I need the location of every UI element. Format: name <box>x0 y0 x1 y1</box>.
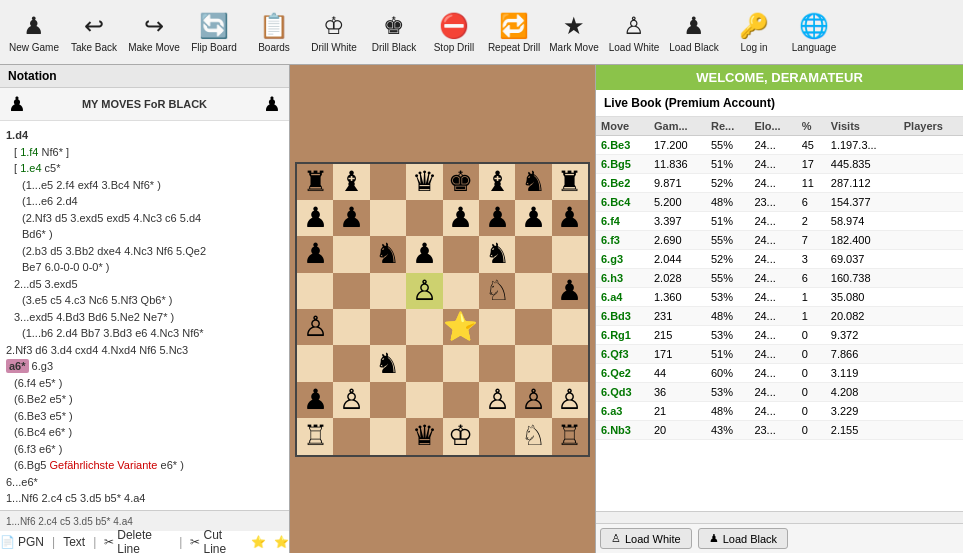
square-b2[interactable]: ♙ <box>333 382 369 418</box>
square-e6[interactable] <box>443 236 479 272</box>
load-black-button[interactable]: ♟ Load Black <box>664 2 724 62</box>
square-h7[interactable]: ♟ <box>552 200 588 236</box>
repeat-drill-button[interactable]: 🔁 Repeat Drill <box>484 2 544 62</box>
load-white-button[interactable]: ♙ Load White <box>604 2 664 62</box>
square-d7[interactable] <box>406 200 442 236</box>
square-g7[interactable]: ♟ <box>515 200 551 236</box>
move-cell-10[interactable]: 6.Rg1 <box>596 326 649 345</box>
move-cell-1[interactable]: 6.Bg5 <box>596 155 649 174</box>
square-f7[interactable]: ♟ <box>479 200 515 236</box>
square-b6[interactable] <box>333 236 369 272</box>
square-d3[interactable] <box>406 345 442 381</box>
square-f8[interactable]: ♝ <box>479 164 515 200</box>
flip-board-button[interactable]: 🔄 Flip Board <box>184 2 244 62</box>
chess-board[interactable]: ♜ ♝ ♛ ♚ ♝ ♞ ♜ ♟ ♟ ♟ ♟ ♟ ♟ ♟ ♞ ♟ ♞ <box>295 162 590 457</box>
star2-button[interactable]: ⭐ <box>274 535 289 549</box>
square-c6[interactable]: ♞ <box>370 236 406 272</box>
move-cell-6[interactable]: 6.g3 <box>596 250 649 269</box>
square-a1[interactable]: ♖ <box>297 418 333 454</box>
square-a5[interactable] <box>297 273 333 309</box>
square-c5[interactable] <box>370 273 406 309</box>
star1-button[interactable]: ⭐ <box>251 535 266 549</box>
square-a7[interactable]: ♟ <box>297 200 333 236</box>
square-d2[interactable] <box>406 382 442 418</box>
square-b3[interactable] <box>333 345 369 381</box>
square-d1[interactable]: ♛ <box>406 418 442 454</box>
bottom-load-white-button[interactable]: ♙ Load White <box>600 528 692 549</box>
make-move-button[interactable]: ↪ Make Move <box>124 2 184 62</box>
stop-drill-button[interactable]: ⛔ Stop Drill <box>424 2 484 62</box>
notation-content[interactable]: 1.d4 [ 1.f4 Nf6* ] [ 1.e4 c5* (1...e5 2.… <box>0 121 289 510</box>
square-g8[interactable]: ♞ <box>515 164 551 200</box>
square-a8[interactable]: ♜ <box>297 164 333 200</box>
square-a6[interactable]: ♟ <box>297 236 333 272</box>
move-cell-3[interactable]: 6.Bc4 <box>596 193 649 212</box>
square-c2[interactable] <box>370 382 406 418</box>
live-book-table[interactable]: Move Gam... Re... Elo... % Visits Player… <box>596 117 963 511</box>
square-f3[interactable] <box>479 345 515 381</box>
square-b1[interactable] <box>333 418 369 454</box>
square-g4[interactable] <box>515 309 551 345</box>
square-e2[interactable] <box>443 382 479 418</box>
move-cell-13[interactable]: 6.Qd3 <box>596 383 649 402</box>
square-h4[interactable] <box>552 309 588 345</box>
square-f1[interactable] <box>479 418 515 454</box>
bottom-load-black-button[interactable]: ♟ Load Black <box>698 528 788 549</box>
delete-line-button[interactable]: ✂ Delete Line <box>104 528 171 553</box>
drill-black-button[interactable]: ♚ Drill Black <box>364 2 424 62</box>
square-b4[interactable] <box>333 309 369 345</box>
square-h1[interactable]: ♖ <box>552 418 588 454</box>
square-h2[interactable]: ♙ <box>552 382 588 418</box>
square-h6[interactable] <box>552 236 588 272</box>
square-b8[interactable]: ♝ <box>333 164 369 200</box>
mark-move-button[interactable]: ★ Mark Move <box>544 2 604 62</box>
take-back-button[interactable]: ↩ Take Back <box>64 2 124 62</box>
square-e4[interactable]: ⭐ <box>443 309 479 345</box>
square-h8[interactable]: ♜ <box>552 164 588 200</box>
move-cell-9[interactable]: 6.Bd3 <box>596 307 649 326</box>
cut-line-button[interactable]: ✂ Cut Line <box>190 528 243 553</box>
square-g5[interactable] <box>515 273 551 309</box>
move-cell-8[interactable]: 6.a4 <box>596 288 649 307</box>
square-c4[interactable] <box>370 309 406 345</box>
square-g6[interactable] <box>515 236 551 272</box>
square-a2[interactable]: ♟ <box>297 382 333 418</box>
square-b7[interactable]: ♟ <box>333 200 369 236</box>
move-cell-11[interactable]: 6.Qf3 <box>596 345 649 364</box>
square-h3[interactable] <box>552 345 588 381</box>
square-g3[interactable] <box>515 345 551 381</box>
square-c7[interactable] <box>370 200 406 236</box>
move-cell-4[interactable]: 6.f4 <box>596 212 649 231</box>
square-f2[interactable]: ♙ <box>479 382 515 418</box>
drill-white-button[interactable]: ♔ Drill White <box>304 2 364 62</box>
square-f6[interactable]: ♞ <box>479 236 515 272</box>
move-cell-14[interactable]: 6.a3 <box>596 402 649 421</box>
move-cell-12[interactable]: 6.Qe2 <box>596 364 649 383</box>
move-cell-2[interactable]: 6.Be2 <box>596 174 649 193</box>
square-b5[interactable] <box>333 273 369 309</box>
text-button[interactable]: Text <box>63 535 85 549</box>
square-e7[interactable]: ♟ <box>443 200 479 236</box>
square-e5[interactable] <box>443 273 479 309</box>
square-c8[interactable] <box>370 164 406 200</box>
square-c3[interactable]: ♞ <box>370 345 406 381</box>
square-e1[interactable]: ♔ <box>443 418 479 454</box>
boards-button[interactable]: 📋 Boards <box>244 2 304 62</box>
square-e8[interactable]: ♚ <box>443 164 479 200</box>
square-d8[interactable]: ♛ <box>406 164 442 200</box>
new-game-button[interactable]: ♟ New Game <box>4 2 64 62</box>
square-g2[interactable]: ♙ <box>515 382 551 418</box>
square-a4[interactable]: ♙ <box>297 309 333 345</box>
language-button[interactable]: 🌐 Language <box>784 2 844 62</box>
move-cell-7[interactable]: 6.h3 <box>596 269 649 288</box>
log-in-button[interactable]: 🔑 Log in <box>724 2 784 62</box>
move-cell-15[interactable]: 6.Nb3 <box>596 421 649 440</box>
move-cell-5[interactable]: 6.f3 <box>596 231 649 250</box>
square-a3[interactable] <box>297 345 333 381</box>
square-d4[interactable] <box>406 309 442 345</box>
square-e3[interactable] <box>443 345 479 381</box>
square-d5[interactable]: ♙ <box>406 273 442 309</box>
square-f5[interactable]: ♘ <box>479 273 515 309</box>
square-h5[interactable]: ♟ <box>552 273 588 309</box>
square-g1[interactable]: ♘ <box>515 418 551 454</box>
